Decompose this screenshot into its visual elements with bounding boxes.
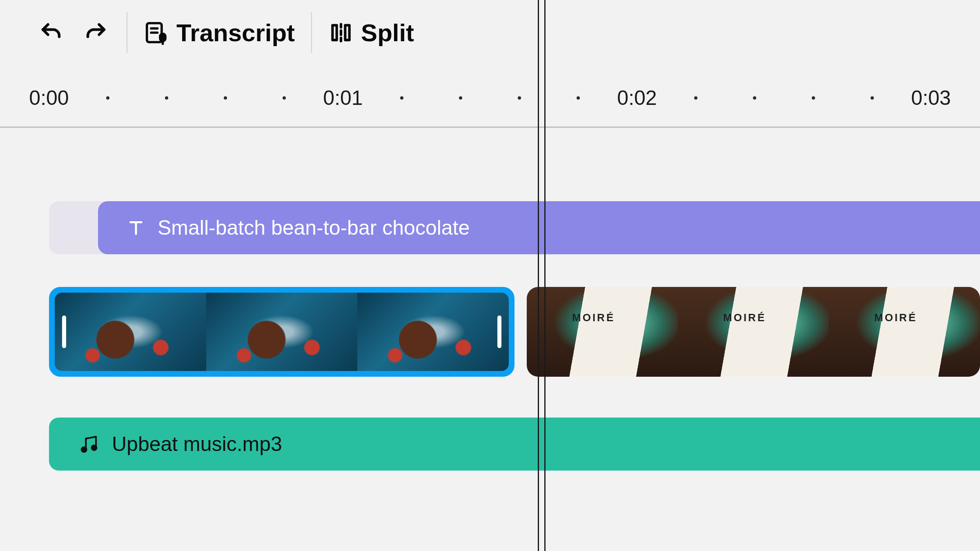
split-label: Split [361,19,414,47]
toolbar-divider [127,12,127,53]
trim-handle-left[interactable] [62,315,66,348]
video-thumbnail [206,293,358,371]
audio-clip-label: Upbeat music.mp3 [112,432,282,456]
svg-point-11 [92,445,97,450]
ruler-tick [459,96,462,100]
transcript-icon [144,20,169,45]
text-track: Small-batch bean-to-bar chocolate [0,201,980,254]
video-thumbnail [55,293,206,371]
music-icon [78,433,100,455]
video-clip-2[interactable] [527,287,980,377]
ruler-tick [283,96,286,100]
ruler-tick [224,96,227,100]
audio-clip[interactable]: Upbeat music.mp3 [49,418,980,471]
ruler-tick [106,96,109,100]
redo-button[interactable] [82,18,110,47]
video-thumbnail [527,287,678,377]
trim-handle-right[interactable] [497,315,501,348]
ruler-time-label: 0:01 [323,86,363,110]
text-clip-label: Small-batch bean-to-bar chocolate [158,216,470,240]
split-icon [328,20,354,45]
ruler-tick [577,96,580,100]
ruler-time-label: 0:00 [29,86,69,110]
split-button[interactable]: Split [328,19,414,47]
undo-button[interactable] [37,18,65,47]
ruler-tick [694,96,697,100]
timeline-ruler[interactable]: 0:000:010:020:03 [0,73,980,128]
ruler-time-label: 0:02 [617,86,657,110]
video-clip-1[interactable] [49,287,514,377]
audio-track: Upbeat music.mp3 [0,418,980,471]
tracks-area: Small-batch bean-to-bar chocolate Upbeat [0,128,980,471]
video-thumbnail [678,287,829,377]
undo-icon [38,20,65,45]
redo-icon [82,20,109,45]
ruler-tick [871,96,874,100]
video-thumbnail [357,293,509,371]
ruler-tick [812,96,815,100]
toolbar: Transcript Split [0,0,980,65]
video-thumbnail [829,287,980,377]
ruler-tick [518,96,521,100]
video-track [0,287,980,377]
transcript-label: Transcript [176,19,295,47]
ruler-tick [753,96,756,100]
transcript-button[interactable]: Transcript [144,19,295,47]
ruler-tick [400,96,403,100]
ruler-time-label: 0:03 [911,86,951,110]
text-icon [127,217,145,238]
svg-point-10 [82,447,87,452]
text-clip[interactable]: Small-batch bean-to-bar chocolate [98,201,980,254]
ruler-tick [165,96,168,100]
toolbar-divider [311,12,312,53]
